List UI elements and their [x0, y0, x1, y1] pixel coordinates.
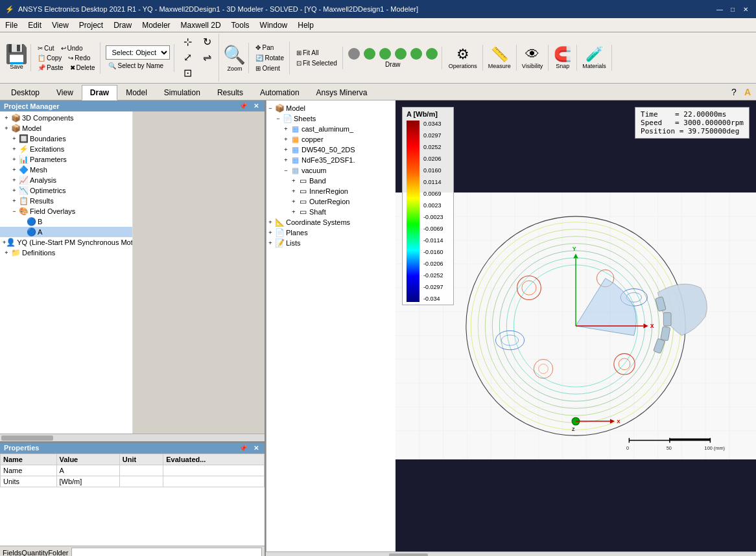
tree-item-optimetrics[interactable]: + 📉 Optimetrics	[0, 185, 132, 196]
window-controls[interactable]: — □ ✕	[715, 4, 751, 14]
save-button[interactable]: 💾	[5, 45, 28, 64]
prop-value-cell[interactable]: A	[56, 465, 119, 476]
cut-button[interactable]: ✂ Cut	[35, 43, 57, 53]
select-dropdown[interactable]: Select: Object Select: Face Select: Edge	[106, 45, 170, 60]
help-icon[interactable]: ?	[729, 86, 739, 98]
model-tree-lists[interactable]: + 📝 Lists	[266, 238, 396, 248]
redo-button[interactable]: ↪ Redo	[65, 53, 93, 63]
project-side-tree[interactable]: + 📦 3D Components + 📦 Model + 🔲 Boundari…	[0, 111, 133, 434]
tree-item-excitations[interactable]: + ⚡ Excitations	[0, 144, 132, 154]
tree-item-results[interactable]: + 📋 Results	[0, 196, 132, 206]
toggle-circle-3[interactable]	[379, 48, 391, 60]
model-tree-cast[interactable]: + ▦ cast_aluminum_	[266, 124, 396, 134]
materials-icon[interactable]: 🧪	[585, 46, 603, 63]
tree-item-B[interactable]: 🔵 B	[0, 216, 132, 227]
minimize-button[interactable]: —	[715, 4, 725, 14]
measure-icon[interactable]: 📏	[491, 46, 508, 63]
toggle-circle-6[interactable]	[426, 48, 438, 60]
move-button[interactable]: ⊹	[178, 35, 196, 49]
undo-button[interactable]: ↩ Undo	[58, 43, 86, 53]
tree-item-model[interactable]: + 📦 Model	[0, 123, 132, 133]
properties-pin-icon[interactable]: 📌	[237, 444, 249, 452]
tab-results[interactable]: Results	[209, 85, 252, 100]
project-title-icons: 📌 ✕	[237, 102, 261, 110]
model-tree-item-sheets[interactable]: − 📄 Sheets	[266, 113, 396, 124]
menu-view[interactable]: View	[47, 19, 74, 31]
tree-item-analysis[interactable]: + 📈 Analysis	[0, 175, 132, 185]
model-tree-copper[interactable]: + ▦ copper	[266, 134, 396, 145]
zoom-button[interactable]: 🔍	[223, 44, 246, 65]
model-tree-vacuum[interactable]: − ▦ vacuum	[266, 165, 396, 176]
select-by-name-button[interactable]: 🔍 Select by Name	[106, 61, 170, 71]
menu-draw[interactable]: Draw	[108, 19, 137, 31]
properties-close-icon[interactable]: ✕	[252, 444, 261, 452]
model-tree-inner[interactable]: + ▭ InnerRegion	[266, 186, 396, 196]
tree-item-definitions[interactable]: + 📁 Definitions	[0, 248, 132, 258]
model-tree-shaft[interactable]: + ▭ Shaft	[266, 207, 396, 217]
fit-selected-button[interactable]: ⊡ Fit Selected	[294, 58, 340, 68]
menu-edit[interactable]: Edit	[23, 19, 47, 31]
fit-all-button[interactable]: ⊞ Fit All	[294, 48, 340, 58]
copy-button[interactable]: 📋 Copy	[35, 53, 64, 63]
tree-item-parameters[interactable]: + 📊 Parameters	[0, 154, 132, 165]
tree-item-yq[interactable]: + 👤 YQ (Line-Start PM Synchronous Motor)…	[0, 237, 132, 248]
model-tree-item-model[interactable]: − 📦 Model	[266, 103, 396, 113]
tab-simulation[interactable]: Simulation	[156, 85, 209, 100]
mirror-button[interactable]: ⇌	[198, 51, 216, 65]
rotate-obj-button[interactable]: ↻	[198, 35, 216, 49]
visibility-icon[interactable]: 👁	[525, 46, 539, 63]
toggle-circle-2[interactable]	[364, 48, 375, 60]
paste-button[interactable]: 📌 Paste	[35, 63, 66, 73]
tab-draw[interactable]: Draw	[82, 85, 117, 100]
view-scrollbar-thumb[interactable]	[389, 553, 428, 557]
operations-icon[interactable]: ⚙	[456, 46, 469, 63]
pin-icon[interactable]: 📌	[237, 102, 249, 110]
project-scrollbar-h[interactable]	[0, 434, 265, 441]
delete-button[interactable]: ✖ Delete	[67, 63, 98, 73]
toggle-circle-4[interactable]	[395, 48, 407, 60]
model-tree-ndfe35[interactable]: + ▦ NdFe35_2DSF1.	[266, 155, 396, 165]
model-tree-dw540[interactable]: + ▦ DW540_50_2DS	[266, 145, 396, 155]
model-tree-outer[interactable]: + ▭ OuterRegion	[266, 196, 396, 207]
close-panel-icon[interactable]: ✕	[252, 102, 261, 110]
snap-icon[interactable]: 🧲	[554, 46, 571, 63]
tree-item-3d-components[interactable]: + 📦 3D Components	[0, 113, 132, 123]
menu-maxwell2d[interactable]: Maxwell 2D	[176, 19, 226, 31]
tab-desktop[interactable]: Desktop	[3, 85, 48, 100]
save-label: Save	[10, 64, 23, 70]
tab-ansys-minerva[interactable]: Ansys Minerva	[308, 85, 376, 100]
tab-model[interactable]: Model	[117, 85, 156, 100]
menu-help[interactable]: Help	[292, 19, 319, 31]
tab-automation[interactable]: Automation	[252, 85, 308, 100]
tree-item-field-overlays[interactable]: − 🎨 Field Overlays	[0, 206, 132, 216]
scrollbar-thumb[interactable]	[1, 435, 53, 441]
close-button[interactable]: ✕	[740, 4, 751, 14]
canvas-area[interactable]: X Y Z X	[396, 100, 756, 551]
model-tree[interactable]: − 📦 Model − 📄 Sheets + ▦ cast_aluminum_ …	[266, 100, 396, 551]
properties-footer-input[interactable]	[71, 548, 263, 556]
model-tree-band[interactable]: + ▭ Band	[266, 176, 396, 186]
menu-tools[interactable]: Tools	[226, 19, 255, 31]
tree-item-A[interactable]: 🔵 A	[0, 227, 132, 237]
svg-text:X: X	[650, 323, 654, 329]
left-panel: Project Manager 📌 ✕ + 📦 3D Components +	[0, 100, 266, 556]
menu-window[interactable]: Window	[255, 19, 293, 31]
pan-button[interactable]: ✥ Pan	[253, 43, 286, 52]
scale-button[interactable]: ⤢	[178, 51, 196, 65]
tree-item-mesh[interactable]: + 🔷 Mesh	[0, 165, 132, 175]
model-tree-planes[interactable]: + 📄 Planes	[266, 227, 396, 238]
prop-value-cell-2[interactable]: [Wb/m]	[56, 476, 119, 487]
tab-view[interactable]: View	[48, 85, 82, 100]
menu-file[interactable]: File	[0, 19, 23, 31]
maximize-button[interactable]: □	[727, 4, 738, 14]
rotate-view-button[interactable]: 🔄 Rotate	[253, 53, 286, 63]
menu-project[interactable]: Project	[74, 19, 108, 31]
model-tree-coord[interactable]: + 📐 Coordinate Systems	[266, 217, 396, 227]
menu-modeler[interactable]: Modeler	[137, 19, 175, 31]
offset-button[interactable]: ⊡	[178, 66, 196, 80]
toggle-circle-1[interactable]	[348, 48, 360, 60]
tree-item-boundaries[interactable]: + 🔲 Boundaries	[0, 133, 132, 144]
view-scrollbar-h[interactable]	[266, 551, 756, 556]
orient-button[interactable]: ⊞ Orient	[253, 64, 286, 73]
toggle-circle-5[interactable]	[410, 48, 422, 60]
